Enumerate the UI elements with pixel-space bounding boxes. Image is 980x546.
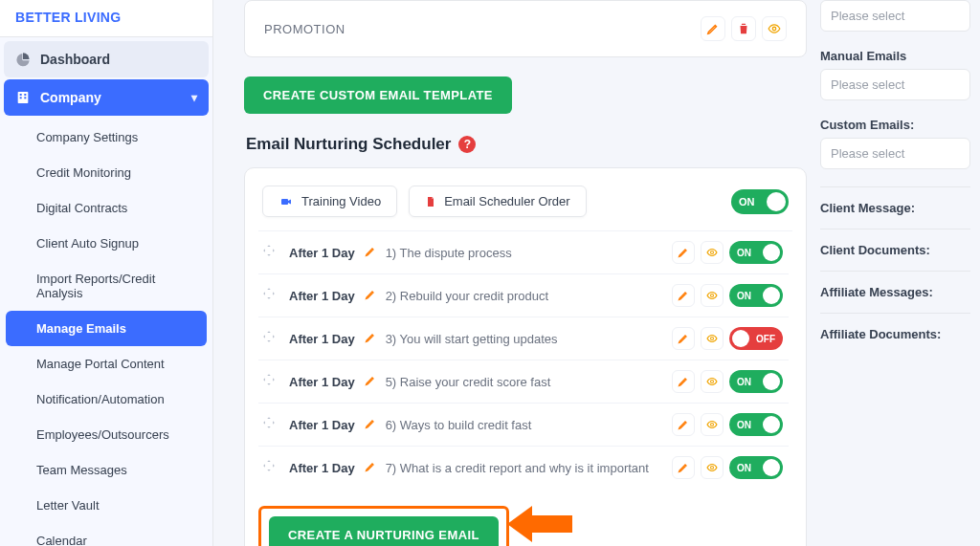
- toggle-label: ON: [737, 377, 751, 387]
- svg-point-10: [711, 295, 714, 297]
- scheduler-row: After 1 Day6) Ways to build credit fastO…: [258, 404, 789, 447]
- row-edit-button[interactable]: [672, 413, 695, 436]
- row-description: 5) Raise your credit score fast: [386, 375, 551, 389]
- row-edit-button[interactable]: [672, 370, 695, 393]
- sidebar-sub-item[interactable]: Calendar: [6, 523, 207, 546]
- row-toggle[interactable]: ON: [729, 370, 783, 393]
- drag-handle-icon[interactable]: [262, 287, 276, 304]
- sidebar-item-company[interactable]: Company ▾: [4, 79, 209, 116]
- drag-handle-icon[interactable]: [262, 416, 276, 433]
- help-icon[interactable]: ?: [458, 136, 476, 153]
- sidebar-sub-item[interactable]: Client Auto Signup: [6, 226, 207, 261]
- sidebar-sub-item[interactable]: Employees/Outsourcers: [6, 417, 207, 452]
- sidebar-sub-item[interactable]: Company Settings: [6, 120, 207, 155]
- svg-rect-3: [20, 97, 22, 98]
- main-content: PROMOTION CREATE CUSTOM EMAIL TEMPLATE E…: [213, 0, 980, 546]
- pencil-icon[interactable]: [365, 461, 376, 475]
- svg-point-11: [711, 338, 714, 340]
- right-panel: Please select Manual Emails Please selec…: [820, 0, 980, 527]
- right-panel-link[interactable]: Client Message:: [820, 186, 970, 229]
- svg-point-13: [711, 424, 714, 426]
- svg-rect-4: [24, 97, 26, 98]
- edit-button[interactable]: [701, 16, 725, 41]
- row-actions: ON: [672, 413, 783, 436]
- row-view-button[interactable]: [701, 370, 724, 393]
- row-view-button[interactable]: [701, 284, 724, 307]
- row-after-label: After 1 Day: [289, 418, 355, 432]
- sidebar-sub-item[interactable]: Digital Contracts: [6, 190, 207, 226]
- right-panel-link[interactable]: Affiliate Messages:: [820, 271, 970, 313]
- sidebar-sub-item[interactable]: Team Messages: [6, 452, 207, 488]
- row-toggle[interactable]: ON: [729, 413, 783, 436]
- automated-emails-select[interactable]: Please select: [820, 0, 970, 32]
- row-edit-button[interactable]: [672, 327, 695, 350]
- create-custom-template-button[interactable]: CREATE CUSTOM EMAIL TEMPLATE: [244, 76, 512, 114]
- sidebar-sub-item[interactable]: Credit Monitoring: [6, 155, 207, 190]
- row-description: 6) Ways to build credit fast: [386, 418, 532, 432]
- drag-handle-icon[interactable]: [262, 330, 276, 347]
- row-toggle[interactable]: ON: [729, 284, 783, 307]
- custom-emails-select[interactable]: Please select: [820, 138, 970, 169]
- row-after-label: After 1 Day: [289, 289, 355, 303]
- row-description: 7) What is a credit report and why is it…: [386, 461, 649, 475]
- promotion-label: PROMOTION: [264, 22, 345, 36]
- row-view-button[interactable]: [701, 456, 724, 479]
- sidebar-sub-item[interactable]: Notification/Automation: [6, 382, 207, 417]
- view-button[interactable]: [762, 16, 787, 41]
- pencil-icon[interactable]: [365, 289, 376, 303]
- row-toggle[interactable]: ON: [729, 456, 783, 479]
- row-toggle[interactable]: ON: [729, 241, 783, 264]
- svg-rect-0: [18, 92, 29, 103]
- sidebar-sub-item[interactable]: Manage Portal Content: [6, 346, 207, 382]
- row-after-label: After 1 Day: [289, 375, 355, 389]
- automated-emails-block: Please select: [820, 0, 970, 32]
- pencil-icon[interactable]: [365, 418, 376, 432]
- building-icon: [15, 90, 31, 105]
- sidebar-sub-item[interactable]: Import Reports/Credit Analysis: [6, 261, 207, 311]
- right-panel-link[interactable]: Affiliate Documents:: [820, 313, 970, 355]
- sidebar-sub-item[interactable]: Letter Vault: [6, 488, 207, 523]
- row-view-button[interactable]: [701, 241, 724, 264]
- scheduler-row: After 1 Day1) The dispute processON: [258, 231, 789, 274]
- row-description: 2) Rebuild your credit product: [386, 289, 549, 303]
- pie-chart-icon: [15, 52, 31, 67]
- training-video-button[interactable]: Training Video: [262, 186, 397, 217]
- drag-handle-icon[interactable]: [262, 459, 276, 476]
- toggle-label: ON: [737, 420, 751, 430]
- manual-emails-block: Manual Emails Please select: [820, 49, 970, 100]
- center-column: PROMOTION CREATE CUSTOM EMAIL TEMPLATE E…: [213, 0, 820, 527]
- custom-emails-label: Custom Emails:: [820, 118, 970, 132]
- row-view-button[interactable]: [701, 327, 724, 350]
- row-edit-button[interactable]: [672, 241, 695, 264]
- row-edit-button[interactable]: [672, 456, 695, 479]
- pencil-icon[interactable]: [365, 332, 376, 346]
- sidebar-item-label: Dashboard: [40, 52, 110, 67]
- callout-arrow-icon: [507, 502, 572, 546]
- svg-rect-8: [281, 199, 288, 205]
- highlight-box: CREATE A NURTURING EMAIL: [258, 506, 509, 546]
- row-edit-button[interactable]: [672, 284, 695, 307]
- row-toggle[interactable]: OFF: [729, 327, 783, 350]
- pencil-icon[interactable]: [365, 246, 376, 260]
- row-after-label: After 1 Day: [289, 332, 355, 346]
- sidebar-item-label: Company: [40, 90, 101, 105]
- manual-emails-select[interactable]: Please select: [820, 69, 970, 100]
- create-nurturing-email-button[interactable]: CREATE A NURTURING EMAIL: [269, 516, 499, 546]
- chevron-down-icon: ▾: [191, 91, 197, 104]
- row-actions: ON: [672, 284, 783, 307]
- toggle-label: ON: [737, 463, 751, 473]
- scheduler-order-button[interactable]: Email Scheduler Order: [409, 186, 587, 217]
- delete-button[interactable]: [731, 16, 756, 41]
- drag-handle-icon[interactable]: [262, 244, 276, 261]
- scheduler-card: Training Video Email Scheduler Order ON …: [244, 167, 807, 546]
- row-description: 3) You will start getting updates: [386, 332, 558, 346]
- svg-point-9: [711, 251, 714, 254]
- training-video-label: Training Video: [301, 194, 381, 208]
- row-view-button[interactable]: [701, 413, 724, 436]
- sidebar-sub-item[interactable]: Manage Emails: [6, 311, 207, 346]
- sidebar-item-dashboard[interactable]: Dashboard: [4, 41, 209, 77]
- master-toggle[interactable]: ON: [731, 189, 789, 214]
- right-panel-link[interactable]: Client Documents:: [820, 229, 970, 271]
- pencil-icon[interactable]: [365, 375, 376, 389]
- drag-handle-icon[interactable]: [262, 373, 276, 390]
